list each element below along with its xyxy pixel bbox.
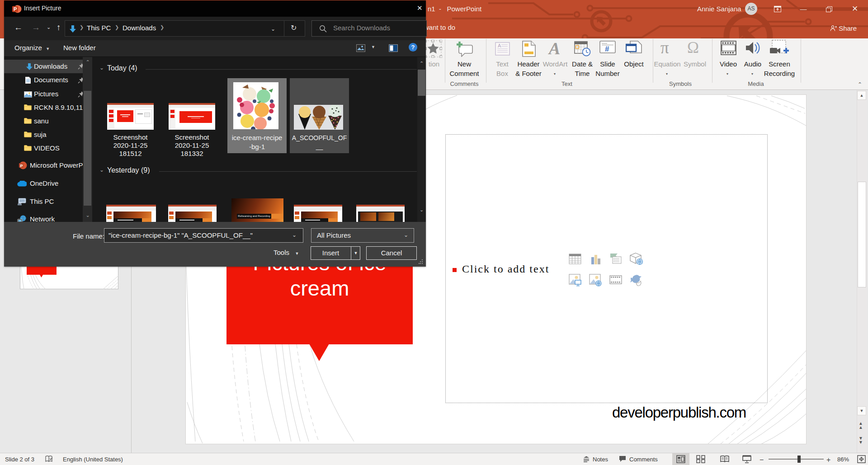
- svg-text:P: P: [20, 164, 23, 168]
- svg-text:Ω: Ω: [687, 40, 699, 56]
- svg-text:A: A: [548, 41, 560, 56]
- svg-text:A: A: [498, 43, 501, 48]
- svg-text:#: #: [605, 45, 609, 53]
- svg-text:π: π: [660, 40, 669, 56]
- svg-text:P: P: [14, 6, 17, 12]
